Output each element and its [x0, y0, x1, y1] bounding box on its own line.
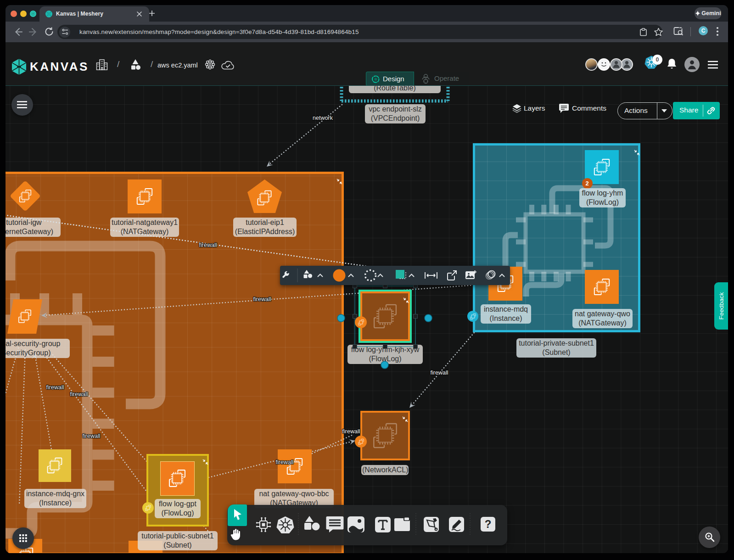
- svg-text:?: ?: [485, 518, 492, 530]
